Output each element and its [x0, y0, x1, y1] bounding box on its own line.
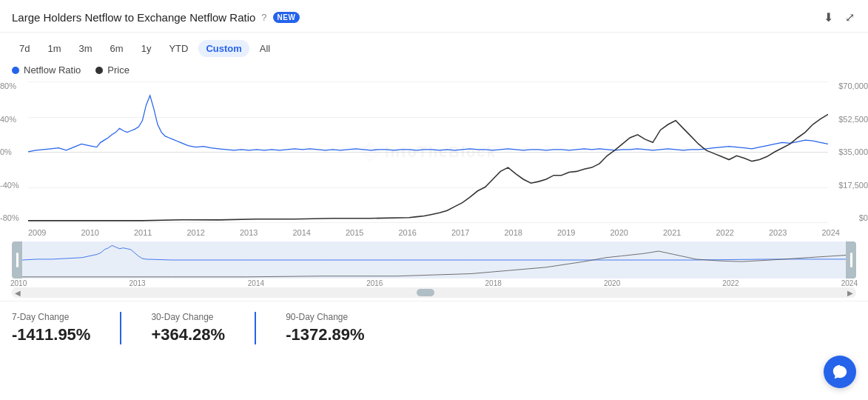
- range-x-2022: 2022: [722, 279, 739, 287]
- download-button[interactable]: ⬇: [822, 9, 835, 26]
- y-axis-left: 80% 40% 0% -40% -80%: [0, 81, 27, 222]
- time-btn-3m[interactable]: 3m: [72, 40, 100, 57]
- handle-bar-left: [16, 253, 18, 267]
- stat-30day: 30-Day Change +364.28%: [151, 312, 256, 344]
- grid-line-bottom: [28, 222, 828, 223]
- x-label-2018: 2018: [505, 228, 522, 237]
- chart-inner: IntoTheBlock: [28, 81, 828, 222]
- legend-price: Price: [95, 64, 129, 76]
- stat-7day: 7-Day Change -1411.95%: [12, 312, 121, 344]
- time-btn-all[interactable]: All: [252, 40, 277, 57]
- expand-button[interactable]: ⤢: [844, 9, 856, 26]
- scroll-right-arrow[interactable]: ▶: [844, 287, 856, 299]
- time-btn-1m[interactable]: 1m: [40, 40, 68, 57]
- scroll-bar[interactable]: ◀ ▶: [12, 287, 856, 298]
- time-btn-6m[interactable]: 6m: [103, 40, 131, 57]
- handle-bar-right: [850, 253, 852, 267]
- y-right-52k: $52,500: [838, 115, 868, 124]
- x-label-2014: 2014: [293, 228, 311, 237]
- header-left: Large Holders Netflow to Exchange Netflo…: [12, 11, 300, 24]
- y-label-neg40: -40%: [0, 181, 27, 190]
- range-handle-left[interactable]: [12, 241, 22, 279]
- x-label-2023: 2023: [769, 228, 787, 237]
- main-chart-container: 80% 40% 0% -40% -80% $70,000 $52,500 $35…: [0, 81, 868, 237]
- stat-7day-value: -1411.95%: [12, 325, 90, 344]
- info-icon[interactable]: ?: [261, 12, 266, 23]
- time-btn-ytd[interactable]: YTD: [161, 40, 195, 57]
- x-label-2012: 2012: [187, 228, 205, 237]
- legend-netflow-ratio: Netflow Ratio: [12, 64, 81, 76]
- y-right-0: $0: [859, 213, 868, 222]
- stat-7day-label: 7-Day Change: [12, 312, 90, 322]
- range-x-2014: 2014: [248, 279, 264, 287]
- x-label-2009: 2009: [28, 228, 46, 237]
- y-axis-right: $70,000 $52,500 $35,000 $17,500 $0: [830, 81, 868, 222]
- legend-dot-netflow: [12, 67, 19, 74]
- x-label-2021: 2021: [663, 228, 681, 237]
- chart-svg: [28, 81, 828, 222]
- x-label-2022: 2022: [716, 228, 734, 237]
- x-axis: 2009 2010 2011 2012 2013 2014 2015 2016 …: [0, 228, 868, 237]
- x-label-2024: 2024: [822, 228, 840, 237]
- chart-legend: Netflow Ratio Price: [0, 61, 868, 81]
- y-label-40: 40%: [0, 115, 27, 124]
- range-handle-right[interactable]: [846, 241, 856, 279]
- x-label-2019: 2019: [557, 228, 575, 237]
- range-x-2020: 2020: [604, 279, 620, 287]
- legend-dot-price: [95, 67, 103, 74]
- y-right-70k: $70,000: [838, 81, 868, 90]
- stats-section: 7-Day Change -1411.95% 30-Day Change +36…: [0, 301, 868, 353]
- x-label-2017: 2017: [451, 228, 469, 237]
- stat-30day-label: 30-Day Change: [151, 312, 225, 322]
- new-badge: NEW: [273, 12, 300, 23]
- y-right-35k: $35,000: [838, 147, 868, 156]
- legend-label-price: Price: [107, 64, 129, 76]
- y-label-neg80: -80%: [0, 213, 27, 222]
- range-x-labels: 2010 2013 2014 2016 2018 2020 2022 2024: [0, 279, 868, 287]
- range-x-2024: 2024: [841, 279, 858, 287]
- x-label-2016: 2016: [399, 228, 417, 237]
- range-x-2018: 2018: [485, 279, 502, 287]
- stat-90day-label: 90-Day Change: [286, 312, 364, 322]
- range-x-2010: 2010: [10, 279, 27, 287]
- time-toolbar: 7d 1m 3m 6m 1y YTD Custom All: [0, 33, 868, 61]
- x-label-2015: 2015: [346, 228, 363, 237]
- time-btn-7d[interactable]: 7d: [12, 40, 37, 57]
- scroll-thumb[interactable]: [417, 289, 434, 296]
- x-label-2011: 2011: [134, 228, 152, 237]
- stat-90day: 90-Day Change -1372.89%: [286, 312, 364, 344]
- stat-30day-value: +364.28%: [151, 325, 225, 344]
- range-selector[interactable]: [12, 241, 856, 279]
- chat-button[interactable]: [824, 356, 856, 388]
- mini-chart-svg: [22, 241, 846, 279]
- y-right-17k: $17,500: [838, 181, 868, 190]
- y-label-80: 80%: [0, 81, 27, 90]
- scroll-left-arrow[interactable]: ◀: [12, 287, 24, 299]
- range-x-2013: 2013: [129, 279, 145, 287]
- chart-header: Large Holders Netflow to Exchange Netflo…: [0, 0, 868, 33]
- time-btn-custom[interactable]: Custom: [198, 40, 249, 57]
- time-btn-1y[interactable]: 1y: [134, 40, 159, 57]
- range-x-2016: 2016: [366, 279, 383, 287]
- chart-title: Large Holders Netflow to Exchange Netflo…: [12, 11, 255, 24]
- x-label-2010: 2010: [81, 228, 99, 237]
- x-label-2020: 2020: [610, 228, 628, 237]
- x-label-2013: 2013: [240, 228, 258, 237]
- header-right: ⬇ ⤢: [822, 9, 856, 26]
- stat-90day-value: -1372.89%: [286, 325, 364, 344]
- y-label-0: 0%: [0, 147, 27, 156]
- legend-label-netflow: Netflow Ratio: [24, 64, 81, 76]
